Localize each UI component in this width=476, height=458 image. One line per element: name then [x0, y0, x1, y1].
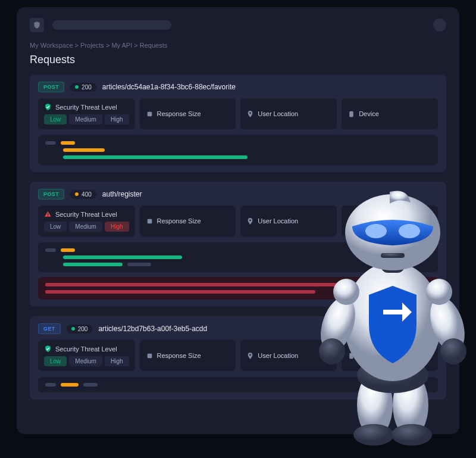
- threat-label: Security Threat Level: [55, 104, 117, 111]
- device-metric[interactable]: Device: [342, 340, 438, 371]
- threat-label: Security Threat Level: [55, 211, 117, 218]
- app-logo-icon[interactable]: [30, 18, 44, 32]
- page-title: Requests: [30, 54, 446, 66]
- metric-label: Response Size: [157, 217, 201, 225]
- size-icon: [146, 110, 154, 118]
- svg-rect-5: [147, 219, 152, 223]
- metric-label: User Location: [258, 352, 298, 359]
- threat-level-medium[interactable]: Medium: [69, 114, 102, 124]
- status-code: 400: [82, 191, 92, 198]
- status-dot-icon: [75, 85, 79, 89]
- svg-rect-3: [48, 213, 48, 215]
- metric-label: User Location: [258, 217, 298, 225]
- request-card[interactable]: POST 200 articles/dc54ae1a-8f34-3bc6-88e…: [30, 74, 446, 172]
- avatar[interactable]: [433, 18, 446, 32]
- metrics-row: Security Threat Level Low Medium High Re…: [38, 205, 438, 236]
- breadcrumb-item[interactable]: Requests: [140, 42, 167, 49]
- svg-rect-2: [349, 111, 353, 117]
- status-code: 200: [78, 326, 88, 332]
- threat-level-high[interactable]: High: [105, 356, 129, 366]
- request-header: POST 200 articles/dc54ae1a-8f34-3bc6-88e…: [38, 82, 438, 92]
- breadcrumb-item[interactable]: My Workspace: [30, 42, 73, 49]
- request-path: auth/register: [102, 190, 142, 198]
- metric-label: Device: [359, 110, 379, 117]
- app-window: My Workspace > Projects > My API > Reque…: [17, 7, 459, 434]
- threat-metric: Security Threat Level Low Medium High: [38, 340, 135, 371]
- threat-metric: Security Threat Level Low Medium High: [38, 98, 135, 129]
- status-code: 200: [82, 84, 92, 91]
- alert-triangle-icon: [44, 210, 52, 218]
- request-header: GET 200 articles/12bd7b63-a00f-3eb5-acdd: [38, 323, 438, 334]
- response-size-metric[interactable]: Response Size: [140, 205, 236, 236]
- request-path: articles/12bd7b63-a00f-3eb5-acdd: [98, 325, 207, 333]
- threat-level-medium[interactable]: Medium: [69, 356, 102, 366]
- svg-point-1: [249, 112, 251, 114]
- status-badge: 200: [70, 83, 96, 92]
- device-icon: [347, 217, 355, 225]
- method-badge: GET: [38, 323, 61, 334]
- device-icon: [347, 352, 355, 360]
- user-location-metric[interactable]: User Location: [240, 340, 337, 371]
- user-location-metric[interactable]: User Location: [240, 98, 337, 129]
- location-pin-icon: [246, 217, 254, 225]
- svg-point-9: [249, 354, 251, 356]
- svg-rect-0: [147, 111, 152, 116]
- request-card[interactable]: GET 200 articles/12bd7b63-a00f-3eb5-acdd…: [30, 316, 446, 400]
- metric-label: Response Size: [157, 110, 201, 117]
- breadcrumb-item[interactable]: My API: [111, 42, 132, 49]
- breadcrumb-item[interactable]: Projects: [80, 42, 104, 49]
- threat-label: Security Threat Level: [55, 345, 117, 353]
- svg-rect-7: [349, 218, 353, 224]
- shield-check-icon: [44, 103, 52, 111]
- svg-point-6: [249, 219, 251, 221]
- metrics-row: Security Threat Level Low Medium High Re…: [38, 98, 438, 129]
- status-dot-icon: [71, 327, 75, 331]
- device-icon: [347, 110, 355, 118]
- metrics-row: Security Threat Level Low Medium High Re…: [38, 340, 438, 371]
- size-icon: [146, 217, 154, 225]
- threat-level-high[interactable]: High: [105, 222, 129, 232]
- svg-rect-8: [147, 353, 152, 358]
- response-size-metric[interactable]: Response Size: [140, 98, 236, 129]
- response-size-metric[interactable]: Response Size: [140, 340, 236, 371]
- shield-check-icon: [44, 345, 52, 353]
- metric-label: Device: [359, 217, 379, 225]
- search-placeholder[interactable]: [52, 20, 171, 30]
- breadcrumb: My Workspace > Projects > My API > Reque…: [30, 42, 446, 49]
- status-dot-icon: [75, 192, 79, 196]
- threat-level-low[interactable]: Low: [44, 222, 67, 232]
- metric-label: Device: [359, 352, 379, 359]
- error-preview: [38, 277, 438, 300]
- threat-level-low[interactable]: Low: [44, 114, 67, 124]
- method-badge: POST: [38, 189, 64, 200]
- size-icon: [146, 352, 154, 360]
- metric-label: User Location: [258, 110, 298, 117]
- svg-rect-4: [48, 216, 48, 216]
- threat-level-high[interactable]: High: [105, 114, 129, 124]
- request-header: POST 400 auth/register: [38, 189, 438, 200]
- metric-label: Response Size: [157, 352, 201, 359]
- location-pin-icon: [246, 110, 254, 118]
- threat-level-low[interactable]: Low: [44, 356, 67, 366]
- threat-metric: Security Threat Level Low Medium High: [38, 205, 135, 236]
- topbar: [30, 18, 446, 32]
- method-badge: POST: [38, 82, 64, 92]
- user-location-metric[interactable]: User Location: [240, 205, 337, 236]
- request-card[interactable]: POST 400 auth/register Security Threat L…: [30, 182, 446, 307]
- location-pin-icon: [246, 352, 254, 360]
- code-preview: [38, 242, 438, 272]
- device-metric[interactable]: Device: [342, 205, 438, 236]
- request-path: articles/dc54ae1a-8f34-3bc6-88ec/favorit…: [102, 83, 236, 91]
- code-preview: [38, 377, 438, 392]
- code-preview: [38, 135, 438, 165]
- threat-level-medium[interactable]: Medium: [69, 222, 102, 232]
- device-metric[interactable]: Device: [342, 98, 438, 129]
- svg-rect-10: [349, 353, 353, 359]
- status-badge: 200: [67, 325, 93, 334]
- status-badge: 400: [70, 190, 96, 199]
